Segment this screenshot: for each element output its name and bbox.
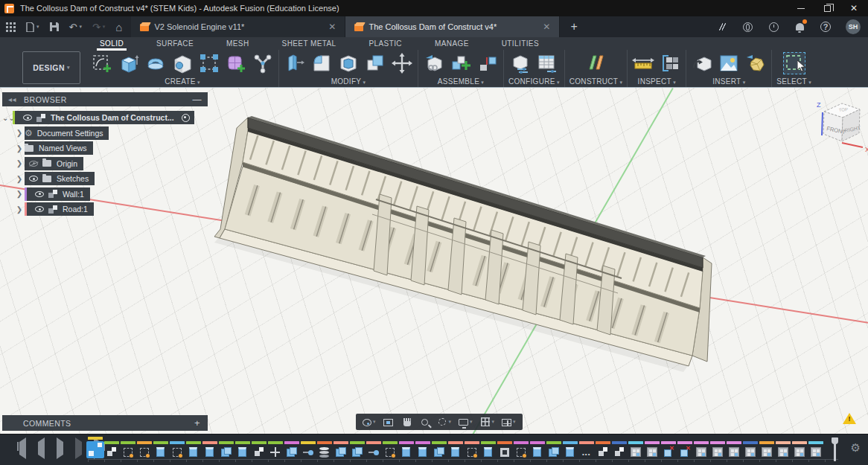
timeline-feature[interactable]: [235, 441, 250, 458]
press-pull-button[interactable]: [284, 52, 306, 74]
ribbon-tab[interactable]: UTILITIES: [485, 37, 555, 50]
group-label-assemble[interactable]: ASSEMBLE: [438, 77, 484, 86]
timeline-feature[interactable]: [628, 441, 643, 458]
timeline-feature[interactable]: [514, 441, 529, 458]
timeline-feature[interactable]: [677, 441, 692, 458]
joint-button[interactable]: [476, 52, 499, 74]
restore-button[interactable]: [824, 5, 831, 12]
document-tab-solenoid[interactable]: V2 Solenoid Engine v11* ✕: [131, 16, 345, 37]
timeline-feature[interactable]: [219, 441, 234, 458]
timeline-feature[interactable]: [350, 441, 365, 458]
timeline-feature[interactable]: [399, 441, 414, 458]
view-cube[interactable]: FRONT RIGHT TOP Z X: [808, 97, 868, 159]
group-label-insert[interactable]: INSERT: [712, 77, 745, 86]
ribbon-tab[interactable]: SURFACE: [140, 37, 210, 50]
create-sketch-button[interactable]: [91, 52, 113, 74]
timeline-feature[interactable]: [759, 441, 774, 458]
group-label-create[interactable]: CREATE: [165, 77, 200, 86]
ribbon-tab[interactable]: SHEET METAL: [266, 37, 353, 50]
timeline-feature[interactable]: [301, 441, 316, 458]
group-label-configure[interactable]: CONFIGURE: [508, 77, 560, 86]
close-tab-icon[interactable]: ✕: [529, 22, 550, 32]
warning-icon[interactable]: [843, 413, 856, 424]
close-button[interactable]: ✕: [850, 4, 858, 13]
app-menu-icon[interactable]: [6, 22, 16, 32]
browser-tree-item[interactable]: ❯ Sketches: [2, 171, 208, 187]
group-label-inspect[interactable]: INSPECT: [638, 77, 677, 86]
configuration-table-button[interactable]: [536, 52, 558, 74]
select-button[interactable]: [783, 52, 805, 74]
timeline-feature[interactable]: [694, 441, 709, 458]
insert-element-button[interactable]: [691, 52, 713, 74]
skip-to-start-button[interactable]: [19, 442, 28, 451]
pan-button[interactable]: [400, 415, 416, 429]
ribbon-tab[interactable]: MANAGE: [418, 37, 485, 50]
browser-tree-item[interactable]: ❯ Wall:1: [2, 187, 208, 202]
ribbon-tab[interactable]: SOLID: [83, 37, 140, 50]
workspace-selector[interactable]: DESIGN▾: [22, 51, 80, 84]
look-at-button[interactable]: [381, 415, 397, 429]
timeline-feature[interactable]: [710, 441, 725, 458]
file-menu-icon[interactable]: ▾: [26, 22, 39, 32]
history-icon[interactable]: [768, 21, 779, 33]
expand-chevron-icon[interactable]: ❯: [14, 144, 25, 153]
expand-chevron-icon[interactable]: ❯: [14, 205, 25, 214]
save-icon[interactable]: [50, 22, 59, 31]
group-label-select[interactable]: SELECT: [776, 77, 811, 86]
timeline-feature[interactable]: [808, 441, 823, 458]
construct-plane-button[interactable]: [585, 52, 607, 74]
timeline-feature[interactable]: [121, 441, 135, 458]
home-icon[interactable]: ⌂: [115, 21, 122, 33]
timeline-playhead[interactable]: [834, 437, 836, 461]
timeline-feature[interactable]: [546, 441, 561, 458]
combine-button[interactable]: [364, 52, 386, 74]
notifications-icon[interactable]: [794, 21, 805, 33]
fillet-button[interactable]: [310, 52, 333, 74]
generative-design-button[interactable]: [252, 52, 274, 74]
expand-chevron-icon[interactable]: ❯: [14, 190, 25, 198]
configure-button[interactable]: [509, 52, 532, 74]
timeline-feature[interactable]: [563, 441, 578, 458]
new-component-button[interactable]: [450, 52, 472, 74]
browser-root-item[interactable]: ⌄⌄ The Collosus Dam of Construct...: [2, 110, 208, 126]
extensions-icon[interactable]: [741, 21, 753, 33]
extrude-button[interactable]: [118, 52, 140, 74]
timeline-feature[interactable]: [153, 441, 168, 458]
document-tab-collosus-dam[interactable]: The Collosus Dam of Construct v4* ✕: [345, 16, 560, 37]
timeline-feature[interactable]: [415, 441, 430, 458]
section-analysis-button[interactable]: [659, 52, 681, 74]
timeline-feature[interactable]: [661, 441, 676, 458]
expand-chevron-icon[interactable]: ❯: [14, 159, 25, 167]
help-icon[interactable]: ?: [820, 21, 832, 33]
orbit-button[interactable]: ▾: [360, 415, 378, 429]
create-form-button[interactable]: [225, 52, 247, 74]
viewports-button[interactable]: ▾: [500, 415, 518, 429]
browser-tree-item[interactable]: ❯ Origin: [2, 156, 208, 172]
timeline-feature[interactable]: [88, 437, 103, 458]
timeline-feature[interactable]: [186, 441, 201, 458]
timeline-feature[interactable]: [268, 441, 283, 458]
timeline-feature[interactable]: [481, 441, 496, 458]
measure-button[interactable]: [632, 52, 654, 74]
timeline-feature[interactable]: [170, 441, 185, 458]
timeline-settings-gear-icon[interactable]: ⚙: [851, 442, 861, 453]
timeline-feature[interactable]: [317, 441, 332, 458]
new-tab-button[interactable]: +: [560, 16, 587, 37]
activate-component-radio[interactable]: [182, 114, 190, 122]
timeline-feature[interactable]: [645, 441, 660, 458]
hole-button[interactable]: [171, 52, 194, 74]
timeline-feature[interactable]: [776, 441, 791, 458]
revolve-button[interactable]: [144, 52, 167, 74]
user-avatar[interactable]: SH: [846, 19, 861, 34]
model-viewport[interactable]: FRONT RIGHT TOP Z X ◂◂ BROWSER — ⌄⌄: [0, 88, 868, 434]
display-settings-button[interactable]: ▾: [456, 415, 475, 429]
timeline-feature[interactable]: [579, 441, 594, 458]
minimize-button[interactable]: [797, 8, 805, 9]
minimize-panel-icon[interactable]: —: [193, 94, 202, 105]
zoom-button[interactable]: [419, 415, 432, 429]
timeline-feature[interactable]: [202, 441, 217, 458]
expand-chevron-icon[interactable]: ❯: [14, 175, 25, 183]
timeline-feature[interactable]: [530, 441, 545, 458]
play-button[interactable]: [57, 442, 66, 451]
timeline-feature[interactable]: [366, 441, 381, 458]
